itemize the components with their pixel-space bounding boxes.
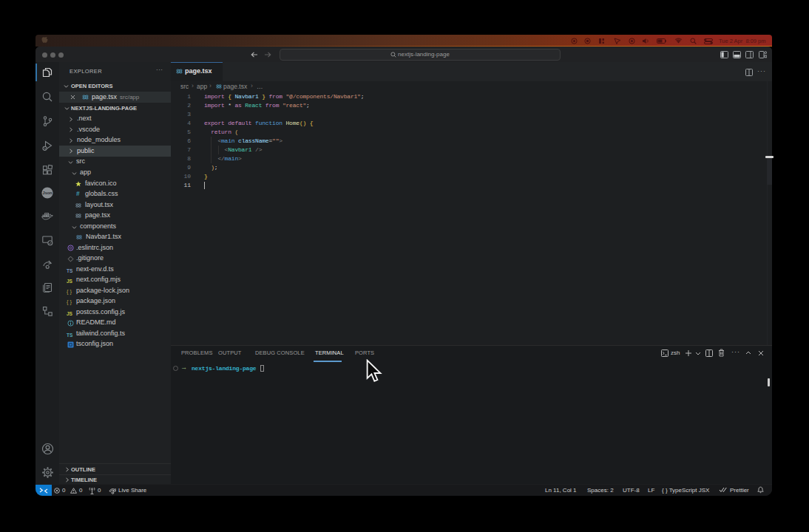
svg-text:Json: Json xyxy=(43,191,53,195)
